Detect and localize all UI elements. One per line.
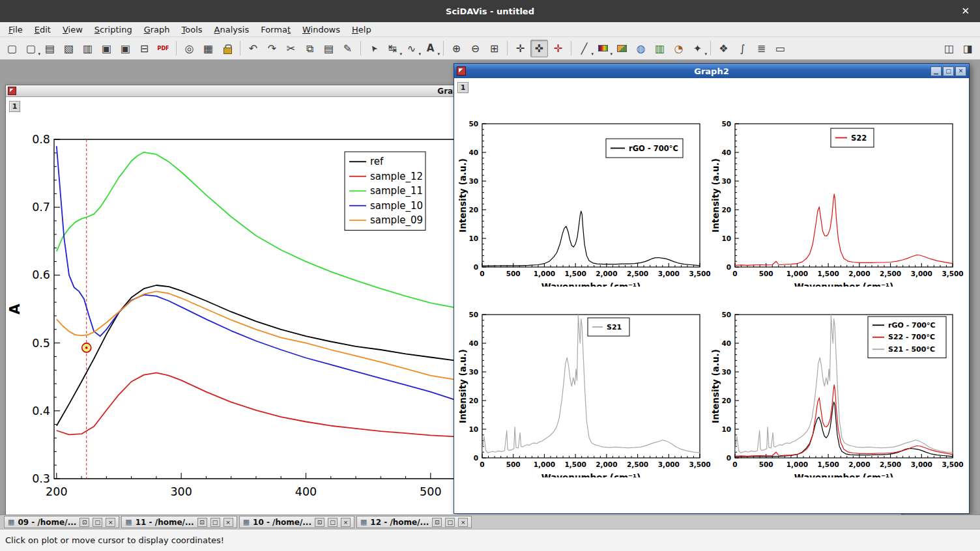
- add-image-icon[interactable]: [613, 40, 631, 57]
- graph1-layer-button[interactable]: 1: [9, 101, 20, 112]
- y-tick-label: 40: [468, 148, 478, 156]
- open-template-icon[interactable]: ▧: [60, 40, 78, 57]
- y-tick-label: 20: [721, 397, 731, 404]
- maximize-button[interactable]: □: [943, 66, 954, 76]
- undo-icon[interactable]: ↶: [244, 40, 262, 57]
- x-tick-label: 1,000: [786, 270, 808, 277]
- lock-toolbars-icon[interactable]: [218, 40, 236, 57]
- menu-tools[interactable]: Tools: [176, 23, 209, 36]
- paste-icon[interactable]: ▤: [320, 40, 338, 57]
- arrange-layers-icon[interactable]: ◫: [940, 40, 958, 57]
- raman-plot-combined[interactable]: 05001,0001,5002,0002,5003,0003,500010203…: [712, 287, 964, 477]
- menu-view[interactable]: View: [57, 23, 89, 36]
- graph2-layer-button[interactable]: 1: [457, 82, 468, 93]
- series-sample-09: [57, 291, 455, 380]
- draw-line-icon[interactable]: ╱▾: [575, 40, 593, 57]
- script-console-icon[interactable]: ≣: [753, 40, 770, 57]
- magic-template-icon[interactable]: ✦▾: [689, 40, 706, 57]
- graph2-window[interactable]: Graph2 ▁ □ ✕ 1 05001,0001,5002,0002,5003…: [454, 63, 970, 514]
- edit-script-icon[interactable]: ✎: [339, 40, 356, 57]
- open-project-icon[interactable]: ▤: [41, 40, 59, 57]
- select-data-range-icon[interactable]: ↹▾: [384, 40, 401, 57]
- graph-window-icon: [457, 66, 466, 76]
- menu-format[interactable]: Format: [255, 23, 296, 36]
- tab-11[interactable]: ▦11 - /home/...⊡□×: [121, 516, 237, 528]
- data-reader-icon[interactable]: ✜: [530, 40, 548, 57]
- screen-reader-icon[interactable]: ✛: [549, 40, 567, 57]
- plot3d-icon[interactable]: ◔: [670, 40, 687, 57]
- y-tick-label: 40: [721, 339, 731, 347]
- x-tick-label: 2,500: [627, 460, 648, 468]
- raman-plot-s22[interactable]: 05001,0001,5002,0002,5003,0003,500010203…: [712, 96, 964, 287]
- menu-help[interactable]: Help: [346, 23, 377, 36]
- new-aspect-icon[interactable]: ▢▾: [22, 40, 40, 57]
- tab-12[interactable]: ▦12 - /home/...⊡□×: [356, 516, 472, 528]
- close-icon[interactable]: ✕: [961, 5, 970, 17]
- tab-09-restore-icon[interactable]: ⊡: [79, 518, 89, 527]
- copy-icon[interactable]: ⧉: [301, 40, 319, 57]
- y-tick-label: 10: [468, 234, 478, 242]
- tab-11-maximize-icon[interactable]: □: [210, 518, 220, 527]
- minimize-button[interactable]: ▁: [930, 66, 942, 76]
- tab-10-close-icon[interactable]: ×: [341, 518, 351, 527]
- globe-icon[interactable]: ◍: [632, 40, 650, 57]
- menu-edit[interactable]: Edit: [29, 23, 57, 36]
- menu-analysis[interactable]: Analysis: [209, 23, 255, 36]
- x-tick-label: 3,500: [689, 270, 710, 277]
- tab-label: 10 - /home/...: [253, 518, 311, 527]
- redo-icon[interactable]: ↷: [263, 40, 281, 57]
- tab-09-maximize-icon[interactable]: □: [93, 518, 102, 527]
- color-map-icon[interactable]: ▾: [594, 40, 612, 57]
- menu-scripting[interactable]: Scripting: [89, 23, 138, 36]
- menu-windows[interactable]: Windows: [296, 23, 346, 36]
- rescale-icon[interactable]: ⊞: [485, 40, 503, 57]
- menu-graph[interactable]: Graph: [138, 23, 176, 36]
- table-icon: ▦: [360, 518, 367, 526]
- tab-09[interactable]: ▦09 - /home/...⊡□×: [4, 516, 119, 528]
- chevron-down-icon: ▾: [38, 51, 40, 57]
- print-icon[interactable]: ⊟: [136, 40, 153, 57]
- plugin-icon[interactable]: ❖: [715, 40, 732, 57]
- cut-icon[interactable]: ✂: [282, 40, 300, 57]
- export-pdf-icon[interactable]: PDF: [154, 40, 172, 57]
- tab-10-restore-icon[interactable]: ⊡: [315, 518, 324, 527]
- move-points-icon[interactable]: ✛: [512, 40, 529, 57]
- raman-plot-s21[interactable]: 05001,0001,5002,0002,5003,0003,500010203…: [459, 287, 712, 477]
- menu-file[interactable]: File: [3, 23, 29, 36]
- save-template-icon[interactable]: ▣: [117, 40, 134, 57]
- y-tick-label: 50: [721, 120, 731, 128]
- graph2-titlebar[interactable]: Graph2 ▁ □ ✕: [454, 64, 969, 78]
- raman-plot-rgo[interactable]: 05001,0001,5002,0002,5003,0003,500010203…: [459, 96, 712, 287]
- pointer-icon[interactable]: ➤: [365, 40, 382, 57]
- tab-10-maximize-icon[interactable]: □: [328, 518, 338, 527]
- zoom-in-icon[interactable]: ⊕: [448, 40, 465, 57]
- add-layer-icon[interactable]: ◨: [959, 40, 977, 57]
- new-project-icon[interactable]: ▢: [3, 40, 21, 57]
- y-axis-label: A: [7, 304, 23, 315]
- zoom-out-icon[interactable]: ⊖: [467, 40, 484, 57]
- y-tick-label: 30: [721, 177, 731, 185]
- add-text-icon[interactable]: A▾: [422, 40, 439, 57]
- import-ascii-icon[interactable]: ▥: [79, 40, 96, 57]
- histogram-icon[interactable]: ▥: [651, 40, 669, 57]
- tab-12-close-icon[interactable]: ×: [458, 518, 468, 527]
- tab-12-maximize-icon[interactable]: □: [445, 518, 455, 527]
- close-button[interactable]: ✕: [955, 66, 966, 76]
- x-tick-label: 300: [170, 485, 192, 498]
- notes-icon[interactable]: ▭: [771, 40, 789, 57]
- new-table-icon[interactable]: ▦: [199, 40, 217, 57]
- tab-11-close-icon[interactable]: ×: [223, 518, 233, 527]
- select-curves-icon[interactable]: ∿▾: [403, 40, 420, 57]
- uvvis-plot[interactable]: 2003004005000.30.40.50.60.70.8Arefsample…: [7, 103, 463, 515]
- toolbar: ▢▢▾▤▧▥▣▣⊟PDF◎▦↶↷✂⧉▤✎➤↹▾∿▾A▾⊕⊖⊞✛✜✛╱▾▾◍▥◔✦…: [0, 37, 980, 60]
- tab-09-close-icon[interactable]: ×: [106, 518, 115, 527]
- tab-10[interactable]: ▦10 - /home/...⊡□×: [239, 516, 354, 528]
- x-tick-label: 1,500: [818, 270, 839, 277]
- menubar: FileEditViewScriptingGraphToolsAnalysisF…: [0, 22, 980, 37]
- tab-12-restore-icon[interactable]: ⊡: [432, 518, 442, 527]
- save-project-icon[interactable]: ▣: [98, 40, 115, 57]
- fit-function-icon[interactable]: ∫: [734, 40, 751, 57]
- duplicate-window-icon[interactable]: ◎: [180, 40, 198, 57]
- tab-11-restore-icon[interactable]: ⊡: [197, 518, 207, 527]
- x-tick-label: 3,000: [911, 460, 932, 468]
